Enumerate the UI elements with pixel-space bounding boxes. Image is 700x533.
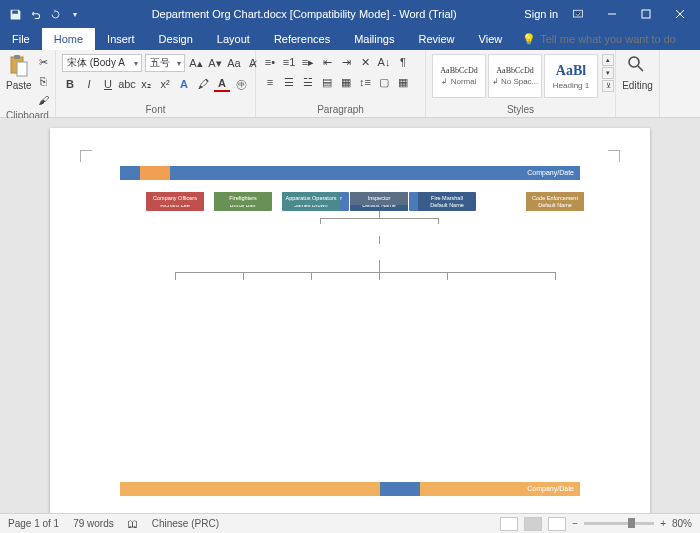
styles-group-label: Styles	[432, 102, 609, 117]
tab-file[interactable]: File	[0, 28, 42, 50]
asian-layout-icon[interactable]: ✕	[357, 54, 373, 70]
redo-icon[interactable]	[48, 7, 62, 21]
numbering-icon[interactable]: ≡1	[281, 54, 297, 70]
tell-me-input[interactable]	[540, 33, 700, 45]
increase-indent-icon[interactable]: ⇥	[338, 54, 354, 70]
paragraph-group-label: Paragraph	[262, 102, 419, 117]
find-icon	[626, 54, 650, 78]
borders-icon[interactable]: ▦	[395, 74, 411, 90]
group-paragraph: ≡• ≡1 ≡▸ ⇤ ⇥ ✕ A↓ ¶ ≡ ☰ ☱ ▤ ▦ ↕≡ ▢ ▦ Par…	[256, 50, 426, 117]
page-count[interactable]: Page 1 of 1	[8, 518, 59, 529]
group-font: 宋体 (Body A 五号 A▴ A▾ Aa A̷ B I U abc x₂ x…	[56, 50, 256, 117]
qat-customize-icon[interactable]: ▾	[68, 7, 82, 21]
zoom-in-button[interactable]: +	[660, 518, 666, 529]
shrink-font-icon[interactable]: A▾	[207, 55, 223, 71]
node-ce2[interactable]: Code EnforcementDefault Name	[526, 192, 584, 211]
node-app-op-blue[interactable]: Apparatus Operators	[282, 192, 340, 205]
text-effects-icon[interactable]: A	[176, 76, 192, 92]
zoom-out-button[interactable]: −	[572, 518, 578, 529]
styles-scroll-down-icon[interactable]: ▾	[602, 67, 614, 79]
decrease-indent-icon[interactable]: ⇤	[319, 54, 335, 70]
maximize-button[interactable]	[632, 0, 660, 28]
title-bar-right: Sign in	[518, 0, 700, 28]
paste-icon	[7, 54, 31, 78]
change-case-icon[interactable]: Aa	[226, 55, 242, 71]
page[interactable]: Company/Date Fire ChiefDefault Name Prog…	[50, 128, 650, 513]
org-chart[interactable]: Fire ChiefDefault Name Program ManagerDe…	[120, 192, 580, 472]
save-icon[interactable]	[8, 7, 22, 21]
print-layout-button[interactable]	[524, 517, 542, 531]
tab-insert[interactable]: Insert	[95, 28, 147, 50]
align-left-icon[interactable]: ≡	[262, 74, 278, 90]
format-painter-icon[interactable]: 🖌	[36, 92, 52, 108]
minimize-button[interactable]	[598, 0, 626, 28]
underline-button[interactable]: U	[100, 76, 116, 92]
crop-mark	[608, 150, 620, 162]
subscript-button[interactable]: x₂	[138, 76, 154, 92]
ribbon-options-icon[interactable]	[564, 0, 592, 28]
font-color-icon[interactable]: A	[214, 76, 230, 92]
undo-icon[interactable]	[28, 7, 42, 21]
header-bar[interactable]: Company/Date	[120, 166, 580, 180]
footer-bar[interactable]: Company/Date	[120, 482, 580, 496]
tab-design[interactable]: Design	[147, 28, 205, 50]
strikethrough-button[interactable]: abc	[119, 76, 135, 92]
word-count[interactable]: 79 words	[73, 518, 114, 529]
justify-icon[interactable]: ▤	[319, 74, 335, 90]
zoom-level[interactable]: 80%	[672, 518, 692, 529]
lightbulb-icon: 💡	[522, 33, 536, 46]
styles-scroll-up-icon[interactable]: ▴	[602, 54, 614, 66]
tab-references[interactable]: References	[262, 28, 342, 50]
tab-mailings[interactable]: Mailings	[342, 28, 406, 50]
tab-review[interactable]: Review	[407, 28, 467, 50]
sort-icon[interactable]: A↓	[376, 54, 392, 70]
multilevel-icon[interactable]: ≡▸	[300, 54, 316, 70]
node-marshall[interactable]: Fire MarshallDefault Name	[418, 192, 476, 211]
highlight-icon[interactable]: 🖍	[195, 76, 211, 92]
font-size-select[interactable]: 五号	[145, 54, 185, 72]
web-layout-button[interactable]	[548, 517, 566, 531]
window-title: Department Org Chart.docx [Compatibility…	[90, 8, 518, 20]
copy-icon[interactable]: ⎘	[36, 73, 52, 89]
zoom-thumb[interactable]	[628, 518, 635, 528]
paste-button[interactable]: Paste	[6, 54, 32, 91]
styles-more-icon[interactable]: ⊻	[602, 80, 614, 92]
editing-button[interactable]: Editing	[622, 54, 653, 91]
show-marks-icon[interactable]: ¶	[395, 54, 411, 70]
read-mode-button[interactable]	[500, 517, 518, 531]
node-insp5[interactable]: Inspector	[350, 192, 408, 205]
crop-mark	[80, 150, 92, 162]
align-right-icon[interactable]: ☱	[300, 74, 316, 90]
style-heading1[interactable]: AaBlHeading 1	[544, 54, 598, 98]
proofing-icon[interactable]: 🕮	[128, 518, 138, 529]
zoom-slider[interactable]	[584, 522, 654, 525]
enclose-chars-icon[interactable]: ㊥	[233, 76, 249, 92]
tab-home[interactable]: Home	[42, 28, 95, 50]
style-no-spacing[interactable]: AaBbCcDd↲ No Spac...	[488, 54, 542, 98]
shading-icon[interactable]: ▢	[376, 74, 392, 90]
font-family-select[interactable]: 宋体 (Body A	[62, 54, 142, 72]
align-center-icon[interactable]: ☰	[281, 74, 297, 90]
superscript-button[interactable]: x²	[157, 76, 173, 92]
node-co-red[interactable]: Company Officers	[146, 192, 204, 205]
document-area[interactable]: Company/Date Fire ChiefDefault Name Prog…	[0, 118, 700, 513]
font-group-label: Font	[62, 102, 249, 117]
tab-layout[interactable]: Layout	[205, 28, 262, 50]
cut-icon[interactable]: ✂	[36, 54, 52, 70]
language-status[interactable]: Chinese (PRC)	[152, 518, 219, 529]
header-label: Company/Date	[527, 166, 574, 180]
tell-me-box[interactable]: 💡	[514, 28, 700, 50]
line-spacing-icon[interactable]: ↕≡	[357, 74, 373, 90]
ribbon: Paste ✂ ⎘ 🖌 Clipboard 宋体 (Body A 五号 A▴ A…	[0, 50, 700, 118]
bold-button[interactable]: B	[62, 76, 78, 92]
styles-gallery[interactable]: AaBbCcDd↲ Normal AaBbCcDd↲ No Spac... Aa…	[432, 54, 598, 98]
tab-view[interactable]: View	[467, 28, 515, 50]
distributed-icon[interactable]: ▦	[338, 74, 354, 90]
bullets-icon[interactable]: ≡•	[262, 54, 278, 70]
italic-button[interactable]: I	[81, 76, 97, 92]
style-normal[interactable]: AaBbCcDd↲ Normal	[432, 54, 486, 98]
node-ff-green[interactable]: Firefighters	[214, 192, 272, 205]
close-button[interactable]	[666, 0, 694, 28]
grow-font-icon[interactable]: A▴	[188, 55, 204, 71]
sign-in-link[interactable]: Sign in	[524, 8, 558, 20]
